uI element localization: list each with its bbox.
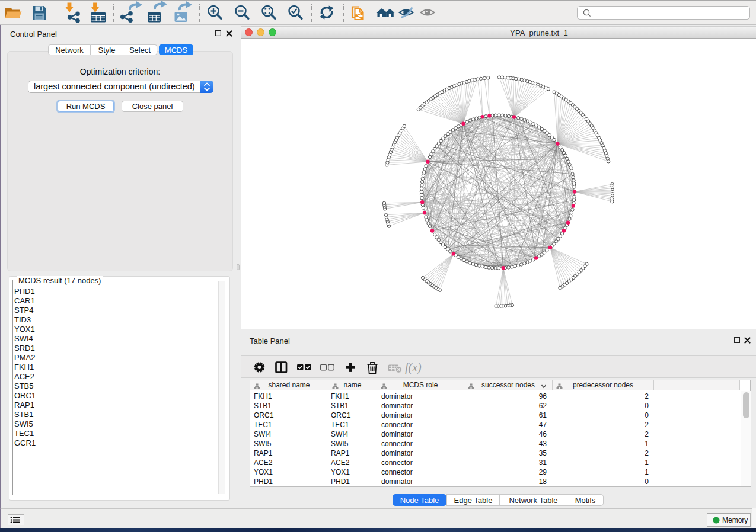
svg-text:f(x): f(x)	[405, 361, 422, 374]
